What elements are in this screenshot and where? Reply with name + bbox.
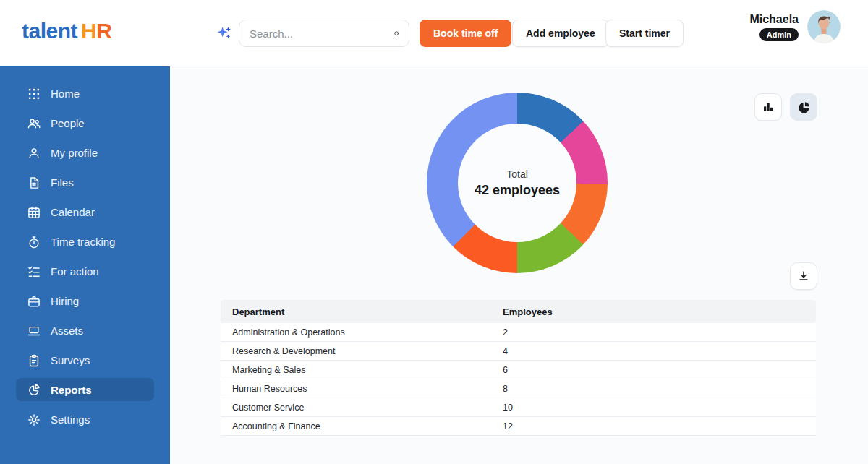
cell-department: Administration & Operations: [221, 327, 503, 338]
sidebar-nav: Home People My profile Files Calendar Ti…: [0, 66, 170, 464]
table-row: Customer Service 10: [221, 398, 816, 417]
sidebar-item-label: My profile: [51, 147, 98, 159]
pie-chart-icon: [27, 382, 41, 397]
table-row: Accounting & Finance 12: [221, 417, 816, 436]
cell-employees: 8: [503, 384, 816, 394]
search-icon[interactable]: [393, 27, 400, 40]
donut-chart: Total 42 employees: [427, 93, 608, 273]
cell-employees: 10: [503, 403, 816, 413]
sidebar-item-calendar[interactable]: Calendar: [16, 197, 154, 227]
cell-department: Marketing & Sales: [221, 365, 503, 375]
sidebar-item-files[interactable]: Files: [16, 168, 154, 197]
table-row: Research & Development 4: [221, 342, 816, 361]
column-header-department: Department: [221, 306, 503, 317]
sidebar-item-time-tracking[interactable]: Time tracking: [16, 227, 154, 257]
pie-chart-icon: [797, 100, 811, 114]
gear-icon: [27, 413, 41, 427]
download-icon: [797, 270, 810, 283]
brand-logo[interactable]: talentHR: [22, 19, 111, 43]
sidebar-item-label: Home: [51, 87, 80, 100]
calendar-icon: [27, 205, 41, 220]
sidebar-item-reports[interactable]: Reports: [16, 378, 154, 401]
download-button[interactable]: [790, 262, 817, 290]
column-header-employees: Employees: [503, 306, 816, 317]
role-badge: Admin: [760, 28, 799, 41]
department-table: Department Employees Administration & Op…: [221, 300, 816, 436]
bar-chart-icon: [762, 100, 775, 113]
brand-logo-text-primary: talent: [22, 19, 77, 43]
avatar[interactable]: [807, 10, 841, 43]
briefcase-icon: [27, 294, 41, 309]
clipboard-icon: [27, 353, 41, 368]
sidebar-item-label: Reports: [51, 384, 92, 396]
top-header: talentHR Book time off Add employee Star…: [0, 0, 868, 66]
table-row: Human Resources 8: [221, 379, 816, 398]
cell-department: Accounting & Finance: [221, 421, 503, 431]
sidebar-item-settings[interactable]: Settings: [16, 405, 154, 434]
search-bar: [239, 20, 409, 47]
grid-dots-icon: [27, 87, 41, 101]
donut-total-value: 42 employees: [475, 183, 560, 198]
cell-department: Research & Development: [221, 346, 503, 356]
sidebar-item-home[interactable]: Home: [16, 79, 154, 108]
pie-chart-view-button[interactable]: [790, 93, 817, 121]
sidebar-item-label: Calendar: [51, 206, 95, 218]
sidebar-item-people[interactable]: People: [16, 108, 154, 138]
book-time-off-button[interactable]: Book time off: [420, 20, 511, 47]
sidebar-item-for-action[interactable]: For action: [16, 257, 154, 286]
user-menu[interactable]: Michaela Admin: [749, 10, 841, 43]
brand-logo-text-r: R: [96, 19, 111, 43]
people-icon: [27, 116, 41, 131]
stopwatch-icon: [27, 235, 41, 249]
donut-center: Total 42 employees: [458, 124, 576, 242]
person-icon: [27, 146, 41, 160]
laptop-icon: [27, 324, 41, 338]
sidebar-item-label: Hiring: [51, 295, 79, 307]
sidebar-item-label: Assets: [51, 325, 83, 337]
table-row: Marketing & Sales 6: [221, 361, 816, 379]
cell-employees: 6: [503, 365, 816, 375]
report-content: Total 42 employees Department Employees …: [170, 66, 868, 464]
sidebar-item-label: People: [51, 117, 85, 129]
sidebar-item-surveys[interactable]: Surveys: [16, 345, 154, 375]
cell-department: Human Resources: [221, 384, 503, 394]
document-icon: [27, 176, 41, 190]
cell-employees: 4: [503, 346, 816, 356]
user-name: Michaela: [749, 13, 799, 26]
table-header-row: Department Employees: [221, 300, 816, 323]
bar-chart-view-button[interactable]: [754, 93, 782, 121]
sidebar-item-label: For action: [51, 265, 99, 278]
sidebar-item-my-profile[interactable]: My profile: [16, 138, 154, 168]
sidebar-item-label: Time tracking: [51, 236, 115, 248]
ai-sparkles-icon[interactable]: [216, 25, 232, 41]
sidebar-item-label: Files: [51, 176, 74, 189]
donut-total-label: Total: [506, 168, 528, 180]
sidebar-item-label: Settings: [51, 413, 90, 426]
checklist-icon: [27, 265, 41, 279]
brand-logo-text-h: H: [81, 19, 96, 43]
table-row: Administration & Operations 2: [221, 323, 816, 342]
cell-employees: 12: [503, 421, 816, 431]
search-input[interactable]: [250, 27, 393, 40]
cell-employees: 2: [503, 327, 816, 338]
cell-department: Customer Service: [221, 403, 503, 413]
sidebar-item-hiring[interactable]: Hiring: [16, 286, 154, 316]
add-employee-button[interactable]: Add employee: [512, 20, 609, 47]
sidebar-item-label: Surveys: [51, 354, 90, 366]
start-timer-button[interactable]: Start timer: [605, 20, 684, 47]
sidebar-item-assets[interactable]: Assets: [16, 316, 154, 345]
